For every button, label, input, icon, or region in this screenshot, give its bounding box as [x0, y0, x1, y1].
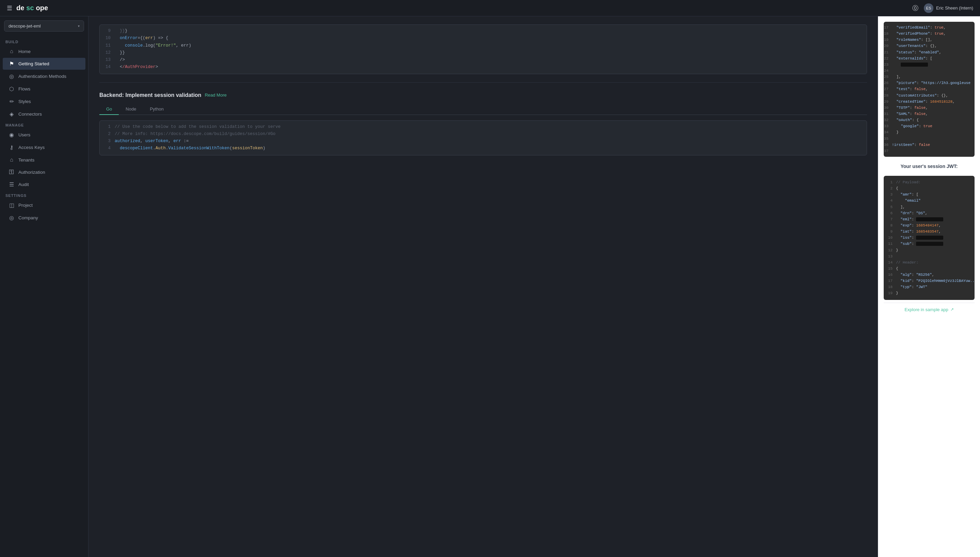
tabs-bar: Go Node Python	[100, 104, 867, 115]
flag-icon: ⚑	[8, 60, 15, 67]
json-line: 20 "userTenants": {},	[884, 43, 975, 49]
json-line: 35	[884, 136, 975, 142]
sidebar-item-company[interactable]: ◎ Company	[3, 212, 85, 224]
section-label-build: Build	[0, 37, 88, 45]
json-line: 29 "createdTime": 1684518128,	[884, 99, 975, 105]
explore-link-text: Explore in sample app	[905, 307, 948, 312]
sidebar-item-audit[interactable]: ☰ Audit	[3, 179, 85, 191]
json-line: 36 !irstSeen": false	[884, 142, 975, 148]
auth-update-json-block: 17 "verifiedEmail": true, 18 "verifiedPh…	[884, 22, 975, 157]
sidebar-item-home[interactable]: ⌂ Home	[3, 46, 85, 57]
user-name: Eric Sheen (Intern)	[936, 5, 973, 11]
topnav-right: ⓪ ES Eric Sheen (Intern)	[912, 3, 973, 13]
sidebar-item-label: Connectors	[18, 112, 42, 117]
tab-python[interactable]: Python	[143, 104, 170, 115]
sidebar-item-project[interactable]: ◫ Project	[3, 199, 85, 211]
sidebar-item-label: Home	[18, 49, 31, 54]
jwt-line: 1 // Payload:	[888, 179, 970, 185]
code-line: 4 descopeClient.Auth.ValidateSessionWith…	[100, 145, 867, 152]
section-label-manage: Manage	[0, 121, 88, 129]
flows-icon: ⬡	[8, 86, 15, 92]
code-line: 10 onError={(err) => {	[100, 35, 867, 42]
sidebar-item-access-keys[interactable]: ⚷ Access Keys	[3, 142, 85, 153]
jwt-line: 7 "eml":	[888, 216, 970, 222]
main-content: 9 }}} 10 onError={(err) => { 11 console.…	[88, 16, 878, 557]
json-line: 33 "google": true	[884, 123, 975, 129]
code-line: 9 }}}	[100, 28, 867, 35]
authorization-icon: ⚿	[8, 169, 15, 175]
json-line: 25 ],	[884, 74, 975, 80]
jwt-line: 9 "iat": 1685483547,	[888, 228, 970, 235]
external-link-icon: ↗	[951, 307, 954, 312]
topnav: ☰ descope ⓪ ES Eric Sheen (Intern)	[0, 0, 980, 16]
home-icon: ⌂	[8, 48, 15, 54]
code-line: 1 // Use the code below to add the sessi…	[100, 124, 867, 130]
logo-accent: sc	[26, 4, 34, 12]
jwt-line: 14 // Header:	[888, 259, 970, 265]
code-line: 14 </AuthProvider>	[100, 64, 867, 71]
sidebar-item-authorization[interactable]: ⚿ Authorization	[3, 166, 85, 178]
project-selector[interactable]: descope-jwt-eml ▾	[4, 20, 84, 32]
main-layout: descope-jwt-eml ▾ Build ⌂ Home ⚑ Getting…	[0, 16, 980, 557]
jwt-line: 5 ],	[888, 204, 970, 210]
code-line: 11 console.log("Error!", err)	[100, 42, 867, 49]
jwt-line: 8 "exp": 1685484147,	[888, 222, 970, 228]
user-info: ES Eric Sheen (Intern)	[924, 3, 973, 13]
json-line: 28 "customAttributes": {},	[884, 93, 975, 99]
sidebar-item-tenants[interactable]: ⌂ Tenants	[3, 154, 85, 166]
jwt-line: 12 }	[888, 247, 970, 253]
jwt-line: 10 "iss":	[888, 235, 970, 241]
sidebar-item-users[interactable]: ◉ Users	[3, 129, 85, 141]
json-line: 27 "test": false,	[884, 86, 975, 92]
users-icon: ◉	[8, 132, 15, 138]
jwt-line: 3 "amr": [	[888, 191, 970, 197]
jwt-line: 16 "alg": "RS256",	[888, 272, 970, 278]
top-code-block: 9 }}} 10 onError={(err) => { 11 console.…	[100, 24, 867, 74]
section-title: Backend: Implement session validation	[100, 92, 201, 98]
menu-icon[interactable]: ☰	[7, 5, 12, 12]
json-line: 34 }	[884, 129, 975, 135]
json-line: 30 "TOTP": false,	[884, 105, 975, 111]
explore-sample-app-link[interactable]: Explore in sample app ↗	[884, 303, 975, 316]
sidebar-item-label: Audit	[18, 182, 29, 187]
styles-icon: ✏	[8, 98, 15, 105]
sidebar-item-label: Project	[18, 203, 33, 208]
sidebar-item-label: Company	[18, 215, 38, 220]
sidebar-item-label: Authentication Methods	[18, 74, 66, 79]
session-jwt-title: Your user's session JWT:	[884, 158, 975, 172]
sidebar-item-label: Tenants	[18, 158, 34, 163]
section-header: Backend: Implement session validation Re…	[100, 90, 867, 98]
json-line: 24	[884, 68, 975, 74]
sidebar-item-connectors[interactable]: ◈ Connectors	[3, 108, 85, 120]
json-line: 22 "externalIds": [	[884, 55, 975, 62]
company-icon: ◎	[8, 215, 15, 221]
json-line: 26 "picture": "https://lh3.googleuse	[884, 80, 975, 86]
json-line: 19 "roleNames": [],	[884, 37, 975, 43]
sidebar-item-label: Getting Started	[18, 61, 49, 66]
json-line: 31 "SAML": false,	[884, 111, 975, 117]
chevron-down-icon: ▾	[78, 24, 80, 28]
jwt-code-block: 1 // Payload: 2 { 3 "amr": [ 4 "email"	[884, 176, 975, 300]
logo-text2: ope	[36, 4, 48, 12]
tab-go[interactable]: Go	[100, 104, 119, 115]
tab-node[interactable]: Node	[119, 104, 143, 115]
sidebar-item-styles[interactable]: ✏ Styles	[3, 96, 85, 107]
logo: descope	[16, 4, 48, 12]
project-icon: ◫	[8, 202, 15, 208]
divider	[100, 82, 867, 83]
sidebar-item-label: Access Keys	[18, 145, 44, 150]
key-icon: ⚷	[8, 144, 15, 151]
json-line: 32 "oAuth": {	[884, 117, 975, 123]
jwt-line: 19 }	[888, 290, 970, 296]
jwt-line: 13	[888, 253, 970, 259]
jwt-line: 4 "email"	[888, 197, 970, 204]
read-more-link[interactable]: Read More	[205, 93, 227, 98]
tenants-icon: ⌂	[8, 157, 15, 163]
sidebar-item-flows[interactable]: ⬡ Flows	[3, 83, 85, 95]
code-line: 2 // More info: https://docs.descope.com…	[100, 130, 867, 138]
help-icon[interactable]: ⓪	[912, 4, 918, 12]
jwt-line: 6 "drn": "DS",	[888, 210, 970, 216]
json-line: 23	[884, 62, 975, 68]
sidebar-item-authentication-methods[interactable]: ◎ Authentication Methods	[3, 70, 85, 82]
sidebar-item-getting-started[interactable]: ⚑ Getting Started	[3, 58, 85, 70]
